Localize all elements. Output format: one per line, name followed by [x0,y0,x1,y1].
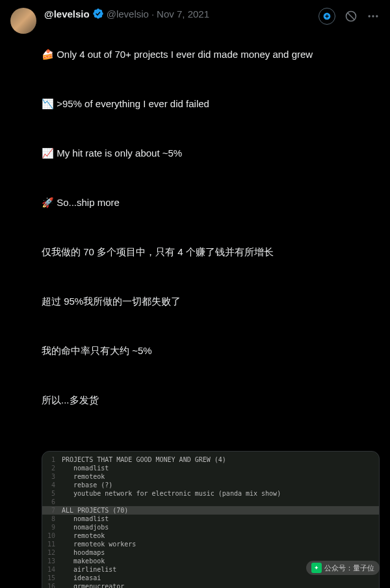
wechat-label: 公众号：量子位 [324,563,374,573]
verified-badge-icon [92,8,104,19]
code-line: 5 youtube network for electronic music (… [42,489,379,498]
display-name[interactable]: @levelsio [44,8,90,19]
tweet-cn-1: 仅我做的 70 多个项目中，只有 4 个赚了钱并有所增长 [42,246,380,259]
tweet-line-2: 📉 >95% of everything I ever did failed [42,97,380,110]
code-line: 12 hoodmaps [42,548,379,557]
code-line: 6 [42,498,379,506]
svg-point-2 [372,15,374,17]
grok-icon[interactable] [344,10,358,23]
tweet-text: 🍰 Only 4 out of 70+ projects I ever did … [42,22,380,443]
separator-dot: · [151,8,154,19]
code-line: 2 nomadlist [42,464,379,472]
tweet-cn-2: 超过 95%我所做的一切都失败了 [42,295,380,308]
header-text: @levelsio @levelsio · Nov 7, 2021 [44,8,316,19]
code-line: 3 remoteok [42,472,379,481]
svg-point-1 [369,15,370,17]
code-line: 4 rebase (?) [42,481,379,489]
code-line: 16 qrmenucreator [42,582,379,588]
code-line: 7ALL PROJECTS (70) [42,506,379,515]
username[interactable]: @levelsio [107,8,149,19]
code-line: 10 remoteok [42,531,379,540]
more-options-icon[interactable] [367,10,380,23]
code-line: 1PROJECTS THAT MADE GOOD MONEY AND GREW … [42,455,379,464]
tweet-line-3: 📈 My hit rate is only about ~5% [42,147,380,160]
wechat-icon: ✦ [311,563,322,573]
code-line: 11 remoteok workers [42,540,379,548]
tweet-body: 🍰 Only 4 out of 70+ projects I ever did … [42,22,380,588]
code-line: 9 nomadjobs [42,523,379,531]
tweet-cn-4: 所以...多发货 [42,394,380,407]
tweet-cn-3: 我的命中率只有大约 ~5% [42,344,380,357]
subscribe-button[interactable] [318,8,335,25]
svg-point-3 [376,15,378,17]
wechat-badge: ✦ 公众号：量子位 [306,561,380,575]
code-line: 8 nomadlist [42,515,379,523]
header-actions [318,8,380,25]
avatar[interactable] [10,8,36,34]
timestamp[interactable]: Nov 7, 2021 [157,8,209,19]
tweet-container: @levelsio @levelsio · Nov 7, 2021 🍰 Only… [0,0,390,588]
tweet-line-1: 🍰 Only 4 out of 70+ projects I ever did … [42,48,380,61]
tweet-line-4: 🚀 So...ship more [42,196,380,209]
